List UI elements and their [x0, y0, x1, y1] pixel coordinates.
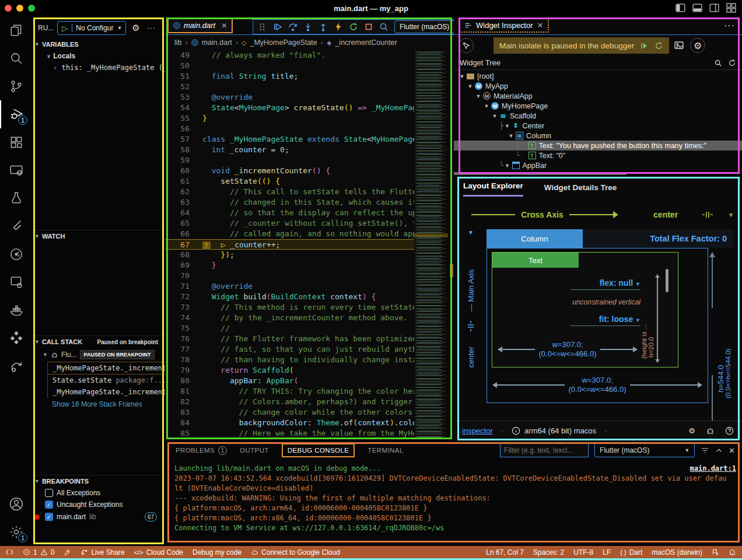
- column-widget-header[interactable]: Column: [487, 229, 583, 248]
- flutter-icon[interactable]: [0, 212, 32, 240]
- explorer-icon[interactable]: [0, 16, 32, 44]
- line-number[interactable]: 59: [165, 155, 192, 166]
- line-number[interactable]: 78: [165, 355, 192, 365]
- code-line[interactable]: 69 }: [165, 260, 414, 271]
- line-number[interactable]: 62: [165, 187, 192, 197]
- line-number[interactable]: 54: [165, 103, 192, 113]
- code-line[interactable]: 60 void _incrementCounter() {: [165, 166, 414, 176]
- code-line[interactable]: 50: [165, 61, 414, 71]
- breadcrumb-file[interactable]: main.dart: [202, 38, 232, 47]
- help-icon[interactable]: [725, 426, 734, 435]
- toggle-secondary-sidebar-icon[interactable]: [709, 3, 719, 13]
- variables-section-header[interactable]: ▼ VARIABLES: [32, 38, 165, 50]
- debug-settings-gear-icon[interactable]: ⚙: [132, 23, 139, 33]
- code-line[interactable]: 63 // changed in this State, which cause…: [165, 197, 414, 208]
- debug-console-output[interactable]: main.dart:1Launching lib/main.dart on ma…: [174, 464, 736, 544]
- line-number[interactable]: 67: [165, 240, 192, 249]
- tab-layout-explorer[interactable]: Layout Explorer: [463, 181, 523, 197]
- code-area[interactable]: 49 // always marked "final".5051 final S…: [165, 50, 414, 440]
- code-line[interactable]: 83 // change color while the other color…: [165, 407, 414, 418]
- close-tab-icon[interactable]: ✕: [221, 22, 227, 30]
- line-number[interactable]: 52: [165, 82, 192, 92]
- accounts-icon[interactable]: [0, 490, 32, 518]
- code-line[interactable]: 80 appBar: AppBar(: [165, 376, 414, 386]
- start-debug-icon[interactable]: ▷: [58, 24, 72, 33]
- breakpoint-checkbox[interactable]: [45, 489, 53, 497]
- remote-indicator[interactable]: [6, 548, 13, 556]
- console-filter-input[interactable]: [500, 443, 589, 457]
- live-share-icon[interactable]: [0, 352, 32, 380]
- line-number[interactable]: 61: [165, 176, 192, 187]
- line-number[interactable]: 68: [165, 250, 192, 260]
- rocket-icon[interactable]: [64, 548, 71, 556]
- chevron-down-icon[interactable]: ▼: [504, 123, 511, 129]
- line-number[interactable]: 55: [165, 113, 192, 124]
- code-line[interactable]: 52: [165, 82, 414, 92]
- language-mode[interactable]: { } Dart: [620, 548, 642, 556]
- line-number[interactable]: 81: [165, 386, 192, 397]
- tab-main-dart[interactable]: main.dart ✕: [167, 18, 233, 33]
- code-line[interactable]: 72 Widget build(BuildContext context) {: [165, 292, 414, 302]
- tab-output[interactable]: OUTPUT: [240, 447, 269, 454]
- widget-tree-node[interactable]: ▼MMaterialApp: [454, 91, 742, 101]
- step-out-icon[interactable]: [318, 22, 328, 32]
- code-line[interactable]: 58 int _counter = 0;: [165, 145, 414, 155]
- line-number[interactable]: 69: [165, 260, 192, 271]
- feedback-icon[interactable]: [712, 548, 719, 556]
- launch-config-control[interactable]: ▷ No Configur ▼: [57, 21, 126, 35]
- screenshot-icon[interactable]: [674, 40, 684, 51]
- code-line[interactable]: 49 // always marked "final".: [165, 50, 414, 61]
- line-number[interactable]: 74: [165, 313, 192, 323]
- customize-layout-icon[interactable]: [726, 3, 736, 13]
- widget-tree-node[interactable]: ▼▤Column: [454, 131, 742, 141]
- launch-config-dropdown[interactable]: No Configur: [72, 24, 117, 32]
- code-line[interactable]: 55}: [165, 113, 414, 124]
- code-line[interactable]: 74 // by the _incrementCounter method ab…: [165, 313, 414, 323]
- flex-value-dropdown[interactable]: flex: null ▼: [570, 278, 640, 288]
- breakpoint-row[interactable]: ✓Uncaught Exceptions: [32, 499, 165, 510]
- code-line[interactable]: 75 //: [165, 323, 414, 334]
- breakpoint-row[interactable]: ✓main.dartlib67: [32, 510, 165, 523]
- code-line[interactable]: 53 @override: [165, 92, 414, 103]
- hot-reload-icon[interactable]: [334, 22, 343, 32]
- code-line[interactable]: 54 State<MyHomePage> createState() => _M…: [165, 103, 414, 113]
- close-tab-icon[interactable]: ✕: [537, 21, 544, 30]
- problems-status[interactable]: 1 0: [23, 548, 54, 556]
- code-line[interactable]: 66 // called again, and so nothing would…: [165, 229, 414, 239]
- live-share-status[interactable]: Live Share: [80, 548, 124, 556]
- drag-handle-icon[interactable]: [258, 22, 267, 32]
- gitlens-icon[interactable]: [0, 324, 32, 352]
- code-line[interactable]: 65 // _counter without calling setState(…: [165, 218, 414, 229]
- horizontal-scrollbar[interactable]: [454, 172, 626, 175]
- line-number[interactable]: 77: [165, 344, 192, 355]
- line-number[interactable]: 84: [165, 418, 192, 428]
- chevron-down-icon[interactable]: ▼: [491, 113, 498, 119]
- inspect-widget-icon[interactable]: [379, 22, 388, 32]
- code-line[interactable]: 77 // fast, so that you can just rebuild…: [165, 344, 414, 355]
- line-number[interactable]: 71: [165, 281, 192, 292]
- line-number[interactable]: 63: [165, 197, 192, 208]
- breakpoints-section-header[interactable]: ▼ BREAKPOINTS: [32, 475, 165, 487]
- close-panel-icon[interactable]: ✕: [729, 446, 735, 455]
- notifications-bell-icon[interactable]: [729, 548, 736, 556]
- report-bug-icon[interactable]: [706, 426, 715, 435]
- text-widget-layout-box[interactable]: Text flex: null ▼ unconstrained vertical…: [492, 252, 678, 368]
- text-widget-header[interactable]: Text: [492, 253, 579, 268]
- code-line[interactable]: 51 final String title;: [165, 71, 414, 82]
- continue-icon[interactable]: [273, 22, 282, 32]
- code-line[interactable]: 71 @override: [165, 281, 414, 292]
- show-more-frames-link[interactable]: Show 16 More Stack Frames: [32, 398, 165, 411]
- breadcrumb-method[interactable]: _incrementCounter: [335, 38, 397, 47]
- code-line[interactable]: 85 // Here we take the value from the My…: [165, 428, 414, 439]
- locals-group[interactable]: ▼ Locals: [32, 50, 165, 62]
- tab-widget-details-tree[interactable]: Widget Details Tree: [544, 183, 617, 197]
- line-number[interactable]: 66: [165, 229, 192, 239]
- step-over-icon[interactable]: [288, 22, 298, 32]
- stack-frame[interactable]: _MyHomePageState._incrementCo: [48, 386, 165, 398]
- search-icon[interactable]: [0, 44, 32, 72]
- chevron-down-icon[interactable]: ▼: [467, 83, 474, 89]
- lightbulb-icon[interactable]: !: [202, 242, 211, 250]
- run-debug-icon[interactable]: 1: [0, 100, 32, 128]
- version-history-icon[interactable]: [0, 240, 32, 268]
- inspector-footer-link[interactable]: inspector: [462, 426, 493, 435]
